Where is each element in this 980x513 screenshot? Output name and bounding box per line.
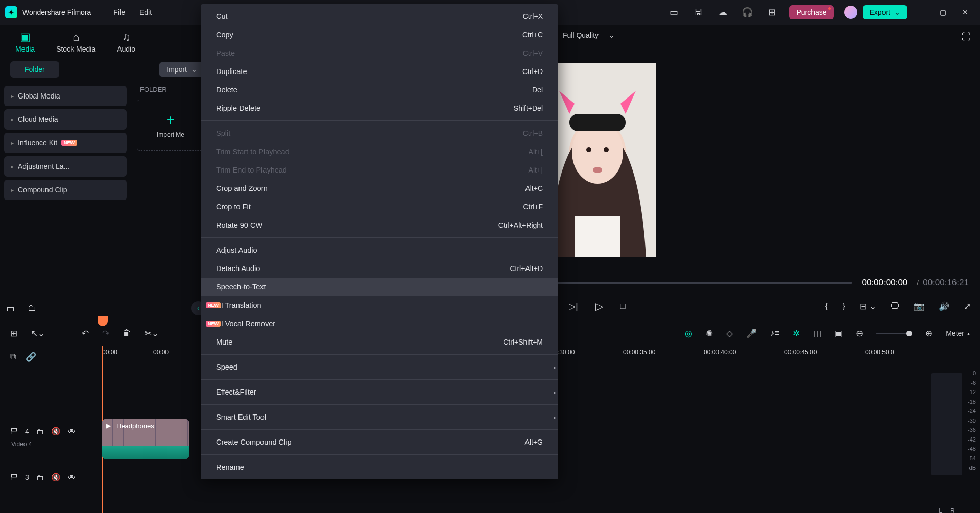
clip-headphones[interactable]: ▶ Headphones — [102, 419, 189, 459]
menu-create-compound-clip[interactable]: Create Compound ClipAlt+G — [201, 433, 558, 451]
menu-duplicate[interactable]: DuplicateCtrl+D — [201, 62, 558, 81]
mark-in-icon[interactable]: { — [825, 301, 828, 311]
track-4-label: Video 4 — [10, 441, 92, 448]
media-panel: ▣Media ⌂Stock Media ♫Audio Folder Import… — [0, 25, 214, 321]
minimize-button[interactable]: — — [911, 3, 930, 22]
menu-cut[interactable]: CutCtrl+X — [201, 7, 558, 26]
app-logo-icon: ✦ — [5, 6, 17, 18]
sidebar-cloud-media[interactable]: ▸Cloud Media — [4, 109, 127, 130]
prev-frame-icon[interactable]: ▷| — [569, 301, 578, 312]
audio-meter: 0-6-12 -18-24-30 -36-42-48 -54dB LR — [914, 368, 980, 513]
chevron-down-icon: ⌄ — [191, 65, 197, 74]
stock-media-icon: ⌂ — [56, 31, 95, 44]
tab-audio[interactable]: ♫Audio — [117, 31, 135, 56]
menu-edit[interactable]: Edit — [132, 8, 159, 16]
quality-dropdown[interactable]: Full Quality⌄ — [560, 29, 618, 41]
menu-ripple-delete[interactable]: Ripple DeleteShift+Del — [201, 99, 558, 117]
menu-file[interactable]: File — [106, 8, 132, 16]
sidebar-influence-kit[interactable]: ▸Influence KitNEW — [4, 133, 127, 153]
svg-rect-3 — [569, 114, 626, 131]
menu-ai-translation[interactable]: NEWAI Translation — [201, 296, 558, 314]
cloud-icon[interactable]: ☁ — [713, 3, 732, 21]
menu-adjust-audio[interactable]: Adjust Audio — [201, 241, 558, 259]
record-icon[interactable]: ◎ — [685, 328, 692, 339]
zoom-out-icon[interactable]: ⊖ — [856, 328, 863, 339]
purchase-button[interactable]: Purchase — [789, 5, 833, 19]
menu-split: SplitCtrl+B — [201, 124, 558, 142]
menu-trim-end-to-playhead: Trim End to PlayheadAlt+] — [201, 161, 558, 179]
user-avatar[interactable] — [844, 6, 857, 19]
caret-icon: ▸ — [11, 93, 14, 99]
snapshot-icon[interactable]: ⛶ — [962, 32, 971, 42]
new-folder-icon[interactable]: 🗀₊ — [6, 303, 19, 314]
mic-icon[interactable]: 🎤 — [746, 328, 757, 339]
sidebar-global-media[interactable]: ▸Global Media — [4, 86, 127, 106]
render-icon[interactable]: ✺ — [706, 328, 713, 339]
menu-speech-to-text[interactable]: Speech-to-Text — [201, 278, 558, 296]
fullscreen-icon[interactable]: ⤢ — [964, 301, 971, 312]
sidebar-adjustment-layer[interactable]: ▸Adjustment La... — [4, 156, 127, 177]
stop-icon[interactable]: □ — [620, 301, 626, 311]
svg-point-6 — [593, 167, 602, 173]
menu-crop-to-fit[interactable]: Crop to FitCtrl+F — [201, 198, 558, 216]
headphones-icon[interactable]: 🎧 — [738, 3, 756, 21]
visibility-icon[interactable]: 👁 — [68, 427, 76, 436]
mark-out-icon[interactable]: } — [843, 301, 846, 311]
folder-icon[interactable]: 🗀 — [28, 303, 36, 313]
music-list-icon[interactable]: ♪≡ — [770, 328, 779, 338]
grid-icon[interactable]: ⊞ — [10, 328, 17, 339]
import-button[interactable]: Import⌄ — [159, 62, 204, 77]
folder-icon[interactable]: 🗀 — [36, 473, 44, 482]
app-title: Wondershare Filmora — [22, 8, 91, 16]
delete-icon[interactable]: 🗑 — [123, 328, 131, 338]
sidebar-compound-clip[interactable]: ▸Compound Clip — [4, 180, 127, 200]
plus-icon: + — [166, 112, 175, 128]
export-button[interactable]: Export⌄ — [863, 5, 907, 19]
menu-speed[interactable]: Speed — [201, 358, 558, 376]
cut-icon[interactable]: ✂⌄ — [145, 328, 159, 339]
mute-track-icon[interactable]: 🔇 — [51, 427, 61, 436]
maximize-button[interactable]: ▢ — [933, 3, 952, 22]
close-button[interactable]: ✕ — [955, 3, 975, 22]
display-mode-icon[interactable]: ⊟ ⌄ — [859, 301, 876, 312]
menu-crop-and-zoom[interactable]: Crop and ZoomAlt+C — [201, 179, 558, 198]
pointer-icon[interactable]: ↖⌄ — [31, 328, 45, 339]
menu-effect-filter[interactable]: Effect&Filter — [201, 383, 558, 401]
menu-detach-audio[interactable]: Detach AudioCtrl+Alt+D — [201, 259, 558, 278]
redo-icon[interactable]: ↷ — [102, 328, 109, 339]
undo-icon[interactable]: ↶ — [82, 328, 89, 339]
volume-icon[interactable]: 🔊 — [939, 301, 949, 312]
import-media-tile[interactable]: + Import Me — [137, 100, 204, 151]
link-icon[interactable]: 🔗 — [26, 352, 36, 362]
menu-rotate-90-cw[interactable]: Rotate 90 CWCtrl+Alt+Right — [201, 216, 558, 234]
menu-ai-vocal-remover[interactable]: NEWAI Vocal Remover — [201, 314, 558, 333]
screen-icon[interactable]: 🖵 — [891, 301, 899, 311]
chevron-down-icon: ⌄ — [609, 31, 615, 39]
auto-beat-icon[interactable]: ✲ — [793, 328, 800, 339]
meter-toggle[interactable]: Meter▴ — [946, 329, 970, 337]
layout-icon[interactable]: ▭ — [664, 3, 683, 21]
visibility-icon[interactable]: 👁 — [68, 473, 76, 482]
zoom-slider[interactable] — [876, 333, 912, 334]
folder-icon[interactable]: 🗀 — [36, 427, 44, 436]
crop-icon[interactable]: ◫ — [813, 328, 821, 339]
tab-media[interactable]: ▣Media — [15, 31, 35, 56]
svg-rect-7 — [575, 216, 620, 257]
play-icon[interactable]: ▷ — [595, 300, 603, 312]
menu-rename[interactable]: Rename — [201, 458, 558, 476]
mute-track-icon[interactable]: 🔇 — [51, 473, 61, 482]
zoom-in-icon[interactable]: ⊕ — [925, 328, 933, 339]
tab-stock-media[interactable]: ⌂Stock Media — [56, 31, 95, 56]
track-options-icon[interactable]: ⧉ — [10, 352, 16, 362]
caret-icon: ▸ — [11, 187, 14, 193]
marker-icon[interactable]: ◇ — [726, 328, 733, 339]
menu-smart-edit-tool[interactable]: Smart Edit Tool — [201, 408, 558, 426]
menu-mute[interactable]: MuteCtrl+Shift+M — [201, 333, 558, 351]
fit-icon[interactable]: ▣ — [834, 328, 843, 339]
save-icon[interactable]: 🖫 — [689, 3, 707, 21]
folder-selector[interactable]: Folder — [10, 61, 59, 78]
camera-icon[interactable]: 📷 — [914, 301, 924, 312]
menu-copy[interactable]: CopyCtrl+C — [201, 26, 558, 44]
menu-delete[interactable]: DeleteDel — [201, 81, 558, 99]
apps-icon[interactable]: ⊞ — [762, 3, 781, 21]
